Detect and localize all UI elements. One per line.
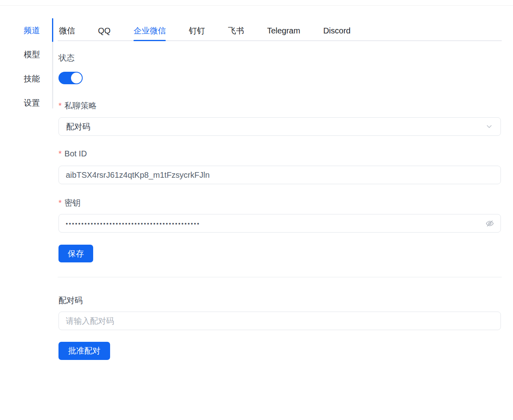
strategy-select-value: 配对码 <box>66 121 90 132</box>
tab-discord[interactable]: Discord <box>323 20 350 41</box>
tab-label: 钉钉 <box>189 25 205 36</box>
sidebar: 频道 模型 技能 设置 <box>0 18 52 115</box>
strategy-label-text: 私聊策略 <box>65 100 97 111</box>
pairing-code-input[interactable] <box>58 312 501 330</box>
tab-feishu[interactable]: 飞书 <box>228 20 244 41</box>
secret-label-text: 密钥 <box>65 198 81 208</box>
required-mark: * <box>58 198 62 208</box>
strategy-select[interactable]: 配对码 <box>58 117 501 136</box>
secret-field <box>58 214 501 233</box>
sidebar-active-indicator <box>52 18 53 42</box>
status-toggle[interactable] <box>58 72 83 84</box>
tab-wechat[interactable]: 微信 <box>59 20 75 41</box>
tab-label: Telegram <box>267 26 300 35</box>
tab-qq[interactable]: QQ <box>98 20 111 41</box>
pairing-code-label: 配对码 <box>58 295 83 306</box>
bot-id-label-text: Bot ID <box>65 149 87 158</box>
required-mark: * <box>58 149 62 158</box>
sidebar-item-label: 设置 <box>24 98 40 108</box>
bot-id-label: * Bot ID <box>58 149 87 158</box>
toggle-knob <box>71 73 82 83</box>
top-divider <box>0 5 513 6</box>
secret-label: * 密钥 <box>58 198 81 208</box>
status-label: 状态 <box>58 52 75 63</box>
tab-label: Discord <box>323 26 350 35</box>
tab-label: QQ <box>98 26 111 35</box>
status-label-text: 状态 <box>58 52 75 63</box>
sidebar-item-label: 技能 <box>24 73 40 84</box>
tab-telegram[interactable]: Telegram <box>267 20 300 41</box>
sidebar-item-label: 模型 <box>24 49 40 60</box>
approve-pairing-button[interactable]: 批准配对 <box>58 342 110 360</box>
tab-label: 企业微信 <box>133 25 166 36</box>
sidebar-item-models[interactable]: 模型 <box>0 42 52 67</box>
chevron-down-icon <box>485 123 493 131</box>
required-mark: * <box>58 101 62 110</box>
section-divider <box>58 277 502 277</box>
sidebar-item-settings[interactable]: 设置 <box>0 91 52 115</box>
pairing-code-label-text: 配对码 <box>58 295 83 306</box>
tab-wecom[interactable]: 企业微信 <box>133 20 166 41</box>
eye-invisible-icon[interactable] <box>485 218 494 228</box>
secret-input[interactable] <box>58 214 501 233</box>
sidebar-item-skills[interactable]: 技能 <box>0 67 52 91</box>
sidebar-item-label: 频道 <box>24 25 40 36</box>
bot-id-input[interactable] <box>58 166 501 184</box>
tab-label: 飞书 <box>228 25 244 36</box>
tab-label: 微信 <box>59 25 75 36</box>
sidebar-item-channels[interactable]: 频道 <box>0 18 52 42</box>
save-button[interactable]: 保存 <box>58 245 93 262</box>
tabbar-underline <box>58 40 502 41</box>
channel-tabbar: 微信 QQ 企业微信 钉钉 飞书 Telegram Discord <box>58 20 502 41</box>
strategy-label: * 私聊策略 <box>58 100 97 111</box>
tab-dingtalk[interactable]: 钉钉 <box>189 20 205 41</box>
